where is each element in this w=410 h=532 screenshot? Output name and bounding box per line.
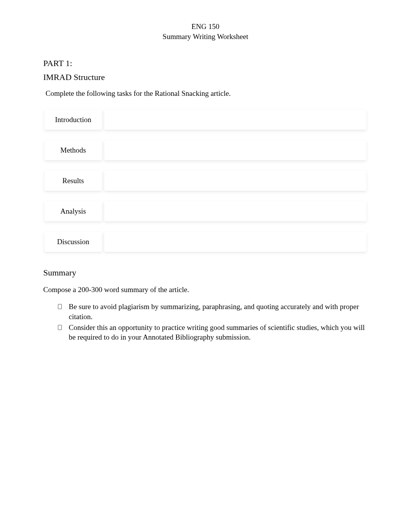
table-row: Analysis xyxy=(43,199,368,224)
row-label-methods: Methods xyxy=(44,140,102,160)
table-row: Results xyxy=(43,168,368,194)
row-label-results: Results xyxy=(44,171,102,191)
row-content-methods[interactable] xyxy=(104,140,366,160)
summary-heading: Summary xyxy=(43,268,368,278)
table-row: Discussion xyxy=(43,229,368,255)
document-title: Summary Writing Worksheet xyxy=(43,32,368,42)
row-content-discussion[interactable] xyxy=(104,232,366,252)
summary-bullets: Be sure to avoid plagiarism by summarizi… xyxy=(43,302,368,342)
row-content-analysis[interactable] xyxy=(104,201,366,221)
row-label-discussion: Discussion xyxy=(44,232,102,252)
row-content-introduction[interactable] xyxy=(104,110,366,130)
summary-instruction: Compose a 200-300 word summary of the ar… xyxy=(43,286,368,294)
table-row: Introduction xyxy=(43,107,368,133)
row-label-analysis: Analysis xyxy=(44,201,102,221)
imrad-table: Introduction Methods Results Analysis Di… xyxy=(43,107,368,255)
row-content-results[interactable] xyxy=(104,171,366,191)
table-row: Methods xyxy=(43,138,368,163)
course-code: ENG 150 xyxy=(43,22,368,32)
row-label-introduction: Introduction xyxy=(44,110,102,130)
part1-heading: PART 1: xyxy=(43,58,368,68)
imrad-subheading: IMRAD Structure xyxy=(43,72,368,82)
list-item: Consider this an opportunity to practice… xyxy=(58,323,368,342)
task-instruction: Complete the following tasks for the Rat… xyxy=(43,89,368,98)
list-item: Be sure to avoid plagiarism by summarizi… xyxy=(58,302,368,321)
document-header: ENG 150 Summary Writing Worksheet xyxy=(43,22,368,41)
